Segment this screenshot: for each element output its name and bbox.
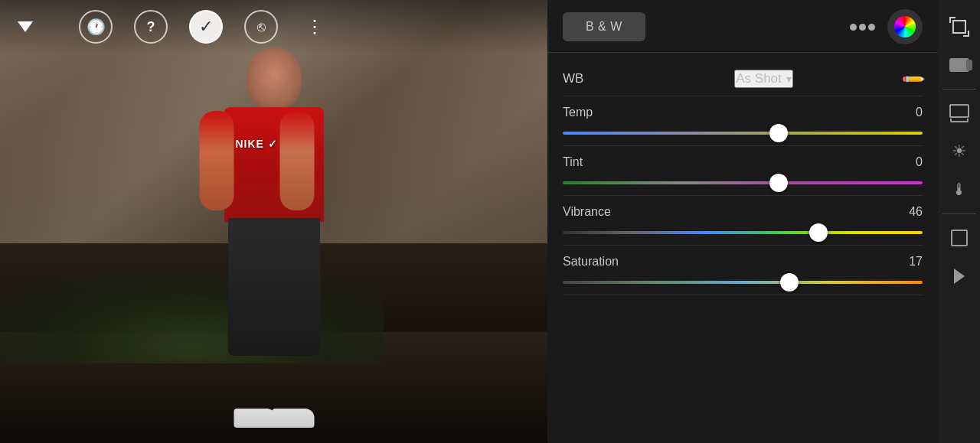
check-icon: ✓ bbox=[199, 17, 213, 37]
temp-value: 0 bbox=[900, 106, 923, 119]
tint-slider-header: Tint 0 bbox=[563, 155, 923, 169]
right-panel: B & W WB As Shot bbox=[547, 0, 980, 443]
temp-slider-header: Temp 0 bbox=[563, 106, 923, 119]
saturation-slider-thumb[interactable] bbox=[780, 273, 799, 292]
temp-slider-track-container[interactable] bbox=[563, 125, 923, 141]
done-button[interactable]: ✓ bbox=[189, 10, 223, 44]
person-shoe-right bbox=[272, 409, 314, 428]
eraser-icon bbox=[949, 58, 969, 72]
right-main: B & W WB As Shot bbox=[547, 0, 938, 443]
dot-3 bbox=[868, 24, 875, 31]
person-head bbox=[247, 47, 302, 109]
tint-slider-thumb[interactable] bbox=[769, 174, 788, 192]
temp-slider-row: Temp 0 bbox=[563, 96, 923, 146]
bw-button[interactable]: B & W bbox=[563, 12, 645, 41]
sidebar-divider-1 bbox=[942, 89, 976, 90]
sun-icon: ☀ bbox=[952, 142, 967, 161]
temp-slider-thumb[interactable] bbox=[769, 124, 788, 142]
dot-2 bbox=[859, 24, 866, 31]
color-wheel-icon bbox=[894, 16, 916, 37]
dropdown-arrow-icon[interactable] bbox=[18, 21, 33, 32]
more-button[interactable]: ⋮ bbox=[299, 10, 330, 44]
tint-slider-row: Tint 0 bbox=[563, 146, 923, 196]
saturation-value: 17 bbox=[900, 255, 923, 269]
person-arm-right bbox=[279, 111, 314, 210]
tint-label: Tint bbox=[563, 155, 900, 169]
image-stack-icon bbox=[949, 104, 969, 122]
wb-label: WB bbox=[563, 71, 624, 86]
vibrance-slider-row: Vibrance 46 bbox=[563, 196, 923, 246]
saturation-label: Saturation bbox=[563, 255, 900, 269]
tint-slider-track-container[interactable] bbox=[563, 175, 923, 191]
temp-slider-track bbox=[563, 132, 923, 135]
overlay-button[interactable] bbox=[942, 96, 977, 131]
wb-chevron-icon: ▾ bbox=[786, 73, 792, 85]
dot-1 bbox=[850, 24, 857, 31]
person-shoe-left bbox=[234, 409, 276, 428]
history-icon: 🕐 bbox=[87, 18, 106, 36]
export-button[interactable] bbox=[942, 259, 977, 294]
tint-slider-track bbox=[563, 181, 923, 184]
tint-value: 0 bbox=[900, 155, 923, 169]
vibrance-label: Vibrance bbox=[563, 205, 900, 219]
saturation-slider-header: Saturation 17 bbox=[563, 255, 923, 269]
person-pants bbox=[228, 218, 320, 356]
wb-dropdown-button[interactable]: As Shot ▾ bbox=[734, 70, 793, 88]
help-icon: ? bbox=[147, 19, 155, 35]
help-button[interactable]: ? bbox=[134, 10, 168, 44]
vibrance-value: 46 bbox=[900, 205, 923, 219]
frame-button[interactable] bbox=[942, 220, 977, 256]
thermometer-icon: 🌡 bbox=[951, 180, 968, 200]
eyedropper-icon: ✏️ bbox=[900, 66, 926, 93]
sidebar-divider-2 bbox=[942, 213, 976, 214]
plants bbox=[0, 275, 384, 363]
light-button[interactable]: ☀ bbox=[942, 134, 977, 169]
triangle-icon bbox=[954, 269, 965, 284]
dots-icon bbox=[850, 24, 875, 31]
more-icon: ⋮ bbox=[305, 16, 324, 37]
toolbar-left bbox=[11, 21, 33, 32]
wb-row: WB As Shot ▾ ✏️ bbox=[563, 60, 923, 96]
eyedropper-button[interactable]: ✏️ bbox=[903, 70, 923, 88]
share-icon: ⎋ bbox=[257, 19, 266, 35]
vibrance-slider-track-container[interactable] bbox=[563, 225, 923, 240]
masking-button[interactable] bbox=[942, 47, 977, 83]
share-button[interactable]: ⎋ bbox=[244, 10, 278, 44]
person-arm-left bbox=[199, 111, 234, 210]
photo-panel: NIKE ✓ 🕐 ? ✓ ⎋ bbox=[0, 0, 547, 443]
toolbar-center: 🕐 ? ✓ ⎋ ⋮ bbox=[79, 10, 330, 44]
vibrance-slider-header: Vibrance 46 bbox=[563, 205, 923, 219]
frame-icon bbox=[951, 230, 968, 246]
controls-header: B & W bbox=[547, 0, 938, 53]
sliders-area: WB As Shot ▾ ✏️ Temp 0 bbox=[547, 53, 938, 443]
vibrance-slider-thumb[interactable] bbox=[809, 223, 828, 242]
history-button[interactable]: 🕐 bbox=[79, 10, 113, 44]
top-toolbar: 🕐 ? ✓ ⎋ ⋮ bbox=[0, 0, 547, 54]
right-sidebar: ☀ 🌡 bbox=[938, 0, 980, 443]
crop-icon bbox=[949, 17, 969, 37]
dots-button[interactable] bbox=[846, 11, 878, 43]
temp-label: Temp bbox=[563, 106, 900, 119]
wb-value-text: As Shot bbox=[736, 71, 782, 86]
saturation-slider-row: Saturation 17 bbox=[563, 246, 923, 295]
saturation-slider-track-container[interactable] bbox=[563, 275, 923, 290]
saturation-slider-track bbox=[563, 281, 923, 284]
nike-text: NIKE ✓ bbox=[236, 138, 278, 150]
color-wheel-button[interactable] bbox=[887, 9, 923, 44]
color-temp-button[interactable]: 🌡 bbox=[942, 172, 977, 207]
crop-transform-button[interactable] bbox=[942, 9, 977, 44]
vibrance-slider-track bbox=[563, 231, 923, 234]
